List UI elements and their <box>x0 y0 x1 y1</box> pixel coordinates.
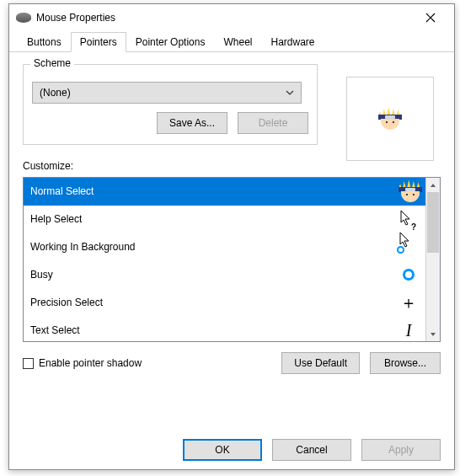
cursor-preview <box>346 77 434 161</box>
list-item-icon <box>398 180 419 202</box>
apply-button: Apply <box>361 439 441 461</box>
list-item[interactable]: Normal Select <box>24 178 425 206</box>
titlebar: Mouse Properties <box>9 4 454 31</box>
scheme-value: (None) <box>40 87 71 99</box>
delete-button: Delete <box>238 112 308 134</box>
list-item-label: Help Select <box>30 213 398 225</box>
scroll-track[interactable] <box>426 192 440 327</box>
cancel-button[interactable]: Cancel <box>272 439 351 461</box>
scroll-up-button[interactable] <box>426 178 440 192</box>
tab-buttons[interactable]: Buttons <box>18 32 71 52</box>
checkbox-box <box>23 358 34 369</box>
list-item[interactable]: Busy <box>24 261 425 289</box>
list-item[interactable]: Help Select? <box>24 206 425 233</box>
close-button[interactable] <box>414 6 447 29</box>
list-item-icon <box>398 232 419 263</box>
list-item-label: Text Select <box>30 324 398 336</box>
tab-pointers[interactable]: Pointers <box>71 32 126 52</box>
list-item-icon <box>398 269 419 281</box>
scroll-down-button[interactable] <box>426 327 440 341</box>
chevron-down-icon <box>430 331 436 338</box>
list-item-icon: ? <box>398 210 419 229</box>
list-item-label: Normal Select <box>30 185 398 197</box>
list-item-icon: I <box>398 322 419 339</box>
save-as-button[interactable]: Save As... <box>157 112 227 134</box>
mouse-icon <box>16 13 31 23</box>
tab-pointer-options[interactable]: Pointer Options <box>126 32 215 52</box>
window-title: Mouse Properties <box>36 12 414 24</box>
scroll-thumb[interactable] <box>427 192 439 253</box>
list-item-label: Precision Select <box>30 297 398 308</box>
scrollbar[interactable] <box>425 178 440 341</box>
pointers-panel: Scheme (None) Save As... Delete Customiz… <box>9 52 454 384</box>
browse-button[interactable]: Browse... <box>370 352 441 374</box>
naruto-cursor-icon <box>378 108 402 130</box>
cursor-list-inner[interactable]: Normal SelectHelp Select?Working In Back… <box>24 178 425 341</box>
enable-pointer-shadow-checkbox[interactable]: Enable pointer shadow <box>23 357 142 369</box>
cursor-list: Normal SelectHelp Select?Working In Back… <box>23 177 441 342</box>
chevron-down-icon <box>286 88 294 97</box>
dialog-footer: OK Cancel Apply <box>183 439 441 461</box>
arrow-help-icon: ? <box>399 210 418 229</box>
arrow-ring-icon <box>398 232 419 263</box>
list-item-icon: ＋ <box>398 294 419 311</box>
list-item[interactable]: Text SelectI <box>24 317 425 341</box>
chevron-up-icon <box>430 182 436 189</box>
list-item-label: Busy <box>30 269 398 281</box>
customize-label: Customize: <box>23 160 441 172</box>
mouse-properties-window: Mouse Properties Buttons Pointers Pointe… <box>8 3 455 470</box>
close-icon <box>425 13 436 23</box>
use-default-button[interactable]: Use Default <box>281 352 360 374</box>
scheme-group: Scheme (None) Save As... Delete <box>23 64 318 145</box>
list-item[interactable]: Precision Select＋ <box>24 289 425 317</box>
text-ibeam-icon: I <box>406 322 412 339</box>
scheme-dropdown[interactable]: (None) <box>32 82 302 104</box>
busy-ring-icon <box>403 269 415 281</box>
list-item-label: Working In Background <box>30 241 398 253</box>
tab-hardware[interactable]: Hardware <box>261 32 324 52</box>
checkbox-label: Enable pointer shadow <box>39 357 142 369</box>
list-item[interactable]: Working In Background <box>24 233 425 261</box>
ok-button[interactable]: OK <box>183 439 262 461</box>
tab-bar: Buttons Pointers Pointer Options Wheel H… <box>9 31 454 52</box>
naruto-cursor-icon <box>398 180 419 202</box>
tab-wheel[interactable]: Wheel <box>214 32 261 52</box>
scheme-legend: Scheme <box>30 57 74 69</box>
precision-cross-icon: ＋ <box>400 294 417 311</box>
